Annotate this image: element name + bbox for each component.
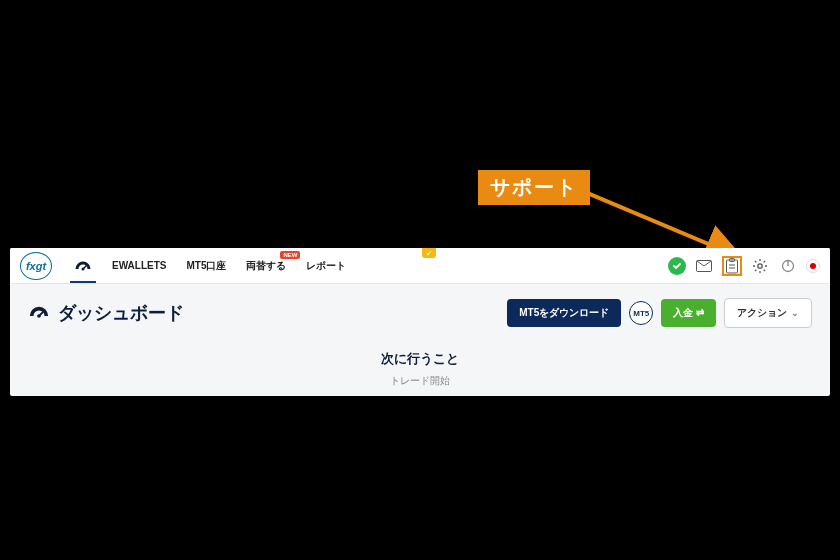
deposit-button[interactable]: 入金 ⇄	[661, 299, 716, 327]
topbar-center-tag[interactable]: ✓	[422, 248, 436, 258]
next-steps-subtitle[interactable]: トレード開始	[28, 374, 812, 388]
nav-mt5-accounts[interactable]: MT5口座	[178, 249, 234, 283]
action-dropdown-label: アクション	[737, 306, 787, 320]
page-header: ダッシュボード MT5をダウンロード MT5 入金 ⇄ アクション ⌄	[28, 298, 812, 328]
nav-ewallets[interactable]: EWALLETS	[104, 250, 174, 281]
svg-line-12	[39, 311, 44, 316]
header-actions: MT5をダウンロード MT5 入金 ⇄ アクション ⌄	[507, 298, 812, 328]
topbar: fxgt EWALLETS MT5口座 両替する NEW レポート ✓	[10, 248, 830, 284]
mt5-badge-icon[interactable]: MT5	[629, 301, 653, 325]
power-icon[interactable]	[778, 256, 798, 276]
nav-dashboard[interactable]	[66, 249, 100, 281]
mt5-download-button[interactable]: MT5をダウンロード	[507, 299, 621, 327]
gear-icon[interactable]	[750, 256, 770, 276]
nav-exchange-label: 両替する	[246, 260, 286, 271]
support-icon[interactable]	[722, 256, 742, 276]
dashboard-gauge-icon	[74, 260, 92, 272]
svg-line-2	[83, 265, 87, 269]
mail-icon[interactable]	[694, 256, 714, 276]
lang-flag-jp[interactable]	[806, 259, 820, 273]
main-nav: EWALLETS MT5口座 両替する NEW レポート	[66, 249, 354, 283]
badge-new: NEW	[280, 251, 300, 259]
next-steps-title: 次に行うこと	[28, 350, 812, 368]
svg-point-8	[758, 263, 762, 267]
dashboard-gauge-icon	[28, 305, 50, 321]
nav-exchange[interactable]: 両替する NEW	[238, 249, 294, 283]
topbar-right	[668, 256, 820, 276]
logo[interactable]: fxgt	[20, 252, 52, 280]
app-window: fxgt EWALLETS MT5口座 両替する NEW レポート ✓	[10, 248, 830, 396]
action-dropdown[interactable]: アクション ⌄	[724, 298, 812, 328]
svg-line-0	[585, 192, 737, 256]
callout-support-label: サポート	[476, 168, 592, 207]
content-area: ダッシュボード MT5をダウンロード MT5 入金 ⇄ アクション ⌄ 次に行う…	[10, 284, 830, 396]
nav-report[interactable]: レポート	[298, 249, 354, 283]
page-title: ダッシュボード	[58, 301, 184, 325]
status-verified-icon[interactable]	[668, 257, 686, 275]
chevron-down-icon: ⌄	[791, 308, 799, 318]
next-steps: 次に行うこと トレード開始	[28, 350, 812, 388]
